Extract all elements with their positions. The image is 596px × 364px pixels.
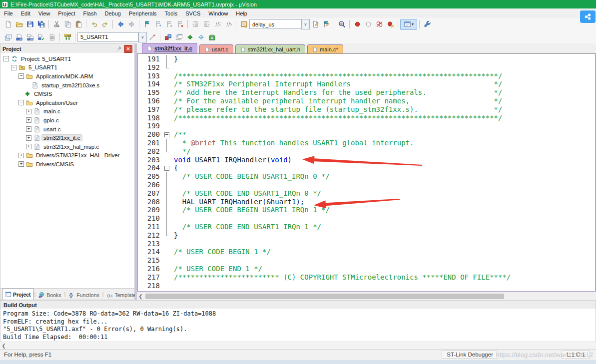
panel-tab-project[interactable]: Project bbox=[2, 289, 34, 300]
expand-icon[interactable]: + bbox=[26, 135, 31, 141]
menu-flash[interactable]: Flash bbox=[79, 8, 101, 18]
menu-file[interactable]: File bbox=[0, 8, 17, 18]
load-flash-button[interactable]: LOAD bbox=[62, 32, 73, 42]
csdn-share-badge[interactable] bbox=[580, 10, 596, 23]
pack-diamond-button[interactable] bbox=[195, 32, 206, 42]
open-folder-button[interactable] bbox=[13, 19, 24, 29]
expand-icon[interactable]: + bbox=[26, 117, 31, 123]
tree-item-startup-stm32f103xe-s[interactable]: startup_stm32f103xe.s bbox=[0, 81, 134, 90]
menu-edit[interactable]: Edit bbox=[17, 8, 34, 18]
translate-button[interactable] bbox=[2, 32, 13, 42]
toolbar-separator bbox=[86, 20, 86, 28]
collapse-icon[interactable]: − bbox=[3, 56, 9, 61]
tree-item-stm32f1xx-it-c[interactable]: +stm32f1xx_it.c bbox=[0, 133, 134, 142]
menu-peripherals[interactable]: Peripherals bbox=[125, 8, 161, 18]
panel-tab-functions[interactable]: {}Functions bbox=[66, 290, 102, 300]
collapse-icon[interactable]: − bbox=[18, 73, 24, 79]
menu-project[interactable]: Project bbox=[54, 8, 79, 18]
tab-usart-c[interactable]: usart.c bbox=[199, 44, 233, 53]
tree-item-project-5-usart1[interactable]: −Project: 5_USART1 bbox=[0, 54, 134, 63]
doc-edit-button[interactable] bbox=[310, 19, 321, 29]
build-button[interactable] bbox=[13, 32, 24, 42]
chevron-down-icon[interactable]: ∨ bbox=[138, 32, 147, 42]
comment-sel-button[interactable] bbox=[212, 19, 223, 29]
fold-margin bbox=[163, 181, 171, 189]
expand-icon[interactable]: + bbox=[26, 126, 31, 132]
menu-tools[interactable]: Tools bbox=[161, 8, 182, 18]
undo-button[interactable] bbox=[88, 19, 99, 29]
expand-icon[interactable]: + bbox=[26, 144, 31, 149]
bookmark-clear-button[interactable] bbox=[174, 19, 185, 29]
tree-item-application-user[interactable]: −Application/User bbox=[0, 98, 134, 107]
save-button[interactable] bbox=[24, 19, 35, 29]
book-button[interactable] bbox=[238, 19, 249, 29]
tab-stm32f1xx-it-c[interactable]: stm32f1xx_it.c bbox=[142, 43, 197, 53]
flag-edit-button[interactable] bbox=[321, 19, 332, 29]
tree-item-drivers-cmsis[interactable]: +Drivers/CMSIS bbox=[0, 160, 134, 169]
tree-item-application-mdk-arm[interactable]: −Application/MDK-ARM bbox=[0, 72, 134, 81]
tab-main-c[interactable]: main.c* bbox=[307, 44, 343, 53]
editor-hscrollbar[interactable]: ❮ bbox=[137, 292, 596, 300]
target-options-button[interactable] bbox=[147, 32, 158, 42]
panel-tab-books[interactable]: Books bbox=[36, 290, 63, 300]
fold-collapse-icon[interactable] bbox=[163, 164, 171, 172]
tree-item-cmsis[interactable]: CMSIS bbox=[0, 89, 134, 98]
bp-disable-all-button[interactable] bbox=[374, 19, 385, 29]
search-combobox[interactable]: delay_us bbox=[249, 19, 301, 29]
manage-rte-button[interactable] bbox=[162, 32, 173, 42]
build-output-hscrollbar[interactable]: ❮ bbox=[0, 342, 596, 349]
chevron-down-icon[interactable]: ∨ bbox=[301, 19, 310, 29]
bp-kill-all-button[interactable] bbox=[385, 19, 396, 29]
expand-icon[interactable]: + bbox=[18, 153, 24, 158]
cut-button[interactable] bbox=[51, 19, 62, 29]
collapse-icon[interactable]: − bbox=[18, 100, 24, 105]
menu-debug[interactable]: Debug bbox=[101, 8, 125, 18]
cmsis-manage-button[interactable] bbox=[184, 32, 195, 42]
indent-button[interactable] bbox=[190, 19, 201, 29]
nav-back-button[interactable] bbox=[115, 19, 126, 29]
new-file-button[interactable] bbox=[2, 19, 13, 29]
stop-build-button[interactable] bbox=[46, 32, 57, 42]
bookmark-button[interactable] bbox=[141, 19, 152, 29]
collapse-icon[interactable]: − bbox=[11, 65, 16, 70]
pack-installer-button[interactable] bbox=[206, 32, 217, 42]
scroll-left-icon[interactable]: ❮ bbox=[0, 343, 7, 349]
scroll-left-icon[interactable]: ❮ bbox=[137, 294, 144, 299]
tree-item-stm32f1xx-hal-msp-c[interactable]: +stm32f1xx_hal_msp.c bbox=[0, 142, 134, 151]
menu-svcs[interactable]: SVCS bbox=[181, 8, 204, 18]
wrench-button[interactable] bbox=[422, 19, 433, 29]
tree-item-main-c[interactable]: +main.c bbox=[0, 107, 134, 116]
tree-item-gpio-c[interactable]: +gpio.c bbox=[0, 116, 134, 125]
close-icon[interactable] bbox=[124, 45, 132, 53]
code-editor[interactable]: 191}192193/*****************************… bbox=[137, 53, 596, 292]
tree-item-usart-c[interactable]: +usart.c bbox=[0, 125, 134, 134]
find-in-files-button[interactable]: d bbox=[336, 19, 347, 29]
tab-stm32f1xx-hal-uart-h[interactable]: stm32f1xx_hal_uart.h bbox=[235, 44, 305, 53]
pin-icon[interactable] bbox=[115, 45, 123, 52]
rebuild-button[interactable] bbox=[24, 32, 35, 42]
memory-window-button[interactable]: ▾ bbox=[400, 19, 417, 30]
menu-help[interactable]: Help bbox=[232, 8, 251, 18]
hscroll-thumb[interactable] bbox=[145, 294, 504, 299]
target-select[interactable]: 5_USART1 bbox=[77, 32, 138, 42]
bookmark-prev-button[interactable] bbox=[152, 19, 163, 29]
batch-build-button[interactable] bbox=[35, 32, 46, 42]
menu-view[interactable]: View bbox=[34, 8, 54, 18]
fold-collapse-icon[interactable] bbox=[163, 130, 171, 139]
tree-item-drivers-stm32f1xx-hal-driver[interactable]: +Drivers/STM32F1xx_HAL_Driver bbox=[0, 151, 134, 160]
redo-button[interactable] bbox=[99, 19, 110, 29]
tree-item-5-usart1[interactable]: −5_USART1 bbox=[0, 63, 134, 72]
paste-button[interactable] bbox=[73, 19, 84, 29]
bp-toggle-button[interactable] bbox=[352, 19, 363, 29]
nav-forward-button[interactable] bbox=[126, 19, 137, 29]
save-all-button[interactable] bbox=[35, 19, 46, 29]
uncomment-sel-button[interactable] bbox=[223, 19, 234, 29]
expand-icon[interactable]: + bbox=[26, 109, 31, 114]
copy-button[interactable] bbox=[62, 19, 73, 29]
outdent-button[interactable] bbox=[201, 19, 212, 29]
windows-stack-button[interactable] bbox=[173, 32, 184, 42]
bp-enable-button[interactable] bbox=[363, 19, 374, 29]
menu-window[interactable]: Window bbox=[204, 8, 232, 18]
bookmark-next-button[interactable] bbox=[163, 19, 174, 29]
expand-icon[interactable]: + bbox=[18, 161, 24, 167]
